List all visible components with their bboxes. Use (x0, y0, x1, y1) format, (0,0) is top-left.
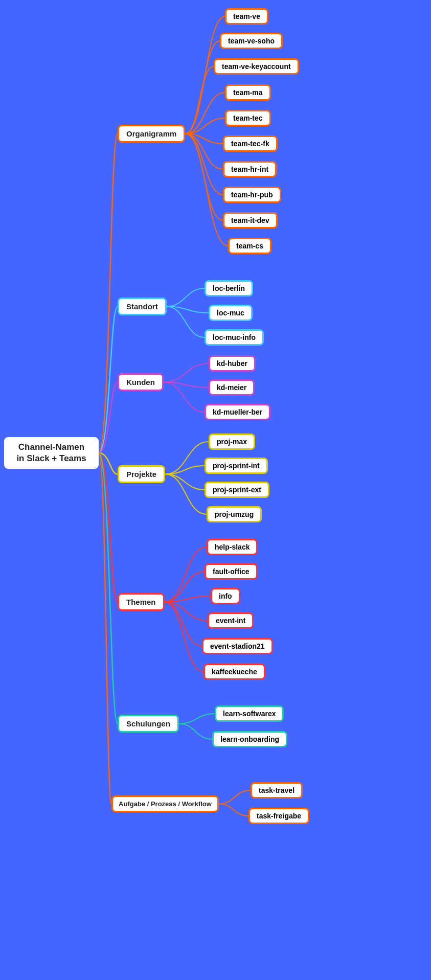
category-standort: Standort (118, 298, 167, 315)
leaf-help-slack: help-slack (207, 539, 258, 555)
leaf-team-ve-soho: team-ve-soho (220, 33, 283, 49)
leaf-team-ve: team-ve (225, 8, 268, 25)
leaf-task-freigabe: task-freigabe (248, 808, 309, 824)
leaf-team-hr-int: team-hr-int (223, 161, 277, 177)
category-themen: Themen (118, 593, 165, 611)
category-projekte: Projekte (118, 465, 165, 483)
leaf-team-ma: team-ma (225, 84, 271, 101)
leaf-team-hr-pub: team-hr-pub (223, 187, 281, 203)
leaf-loc-muc: loc-muc (209, 305, 253, 321)
leaf-proj-sprint-ext: proj-sprint-ext (205, 482, 269, 498)
mind-map: Channel-Namen in Slack + Teams Organigra… (0, 0, 431, 980)
leaf-proj-max: proj-max (209, 434, 255, 450)
leaf-event-int: event-int (208, 612, 254, 629)
leaf-loc-muc-info: loc-muc-info (205, 329, 264, 346)
leaf-kd-meier: kd-meier (209, 379, 255, 396)
leaf-fault-office: fault-office (205, 563, 258, 580)
leaf-kd-huber: kd-huber (209, 355, 256, 372)
category-schulungen: Schulungen (118, 715, 179, 733)
leaf-proj-umzug: proj-umzug (207, 506, 262, 522)
leaf-kd-mueller-ber: kd-mueller-ber (205, 404, 270, 420)
leaf-learn-onboarding: learn-onboarding (212, 731, 287, 747)
leaf-team-tec-fk: team-tec-fk (223, 135, 278, 152)
category-aufgabe: Aufgabe / Prozess / Workflow (111, 795, 219, 812)
category-organigramm: Organigramm (118, 125, 185, 143)
leaf-kaffeekueche: kaffeekueche (203, 664, 265, 680)
leaf-team-tec: team-tec (225, 110, 271, 126)
leaf-info: info (211, 588, 240, 604)
leaf-team-it-dev: team-it-dev (223, 212, 278, 229)
leaf-loc-berlin: loc-berlin (205, 280, 253, 297)
leaf-team-cs: team-cs (228, 238, 271, 254)
leaf-event-stadion21: event-stadion21 (202, 638, 273, 654)
category-kunden: Kunden (118, 373, 164, 391)
leaf-proj-sprint-int: proj-sprint-int (205, 458, 268, 474)
leaf-learn-softwarex: learn-softwarex (215, 705, 284, 722)
root-node: Channel-Namen in Slack + Teams (4, 437, 99, 469)
leaf-team-ve-keyaccount: team-ve-keyaccount (214, 58, 299, 75)
leaf-task-travel: task-travel (251, 782, 303, 799)
